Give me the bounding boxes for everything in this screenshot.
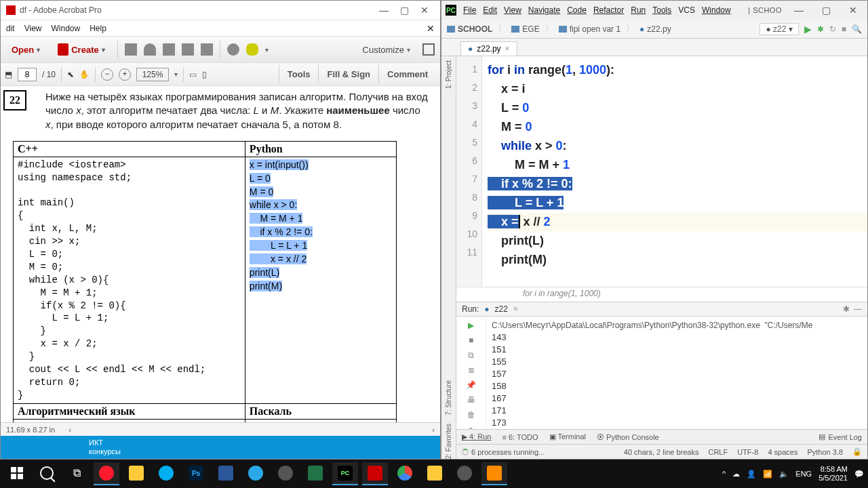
sidebar-structure[interactable]: 7: Structure xyxy=(445,380,452,415)
menu-file[interactable]: File xyxy=(463,5,476,15)
menu-tools[interactable]: Tools xyxy=(652,5,671,15)
tray-onedrive-icon[interactable]: ☁ xyxy=(732,470,740,479)
fit-page-icon[interactable]: ▯ xyxy=(202,70,207,79)
taskbar-skype[interactable] xyxy=(153,462,179,485)
maximize-button[interactable]: ▢ xyxy=(816,5,836,16)
run-config-select[interactable]: ● z22 ▾ xyxy=(760,23,798,35)
crumb-file[interactable]: ●z22.py xyxy=(639,24,671,34)
code-pascal[interactable]: var x, L, M: integer; begin readln(x); L… xyxy=(245,419,396,422)
menu-close-icon[interactable]: ✕ xyxy=(427,23,435,34)
close-button[interactable]: ✕ xyxy=(843,5,863,16)
comment-icon[interactable] xyxy=(246,43,258,56)
tab-event-log[interactable]: ▤ Event Log xyxy=(818,432,862,441)
crumb-root[interactable]: SCHOOL xyxy=(447,24,492,34)
taskbar-pycharm[interactable]: PC xyxy=(332,462,358,485)
zoom-in-icon[interactable]: + xyxy=(119,68,131,81)
tab-todo[interactable]: ≡ 6: TODO xyxy=(502,433,538,441)
layout-icon[interactable]: ⧉ xyxy=(468,350,474,360)
code-alg[interactable]: алг нач цел x, L, M ввод x xyxy=(14,419,245,422)
edit-icon[interactable] xyxy=(182,43,194,56)
fit-width-icon[interactable]: ▭ xyxy=(189,70,197,79)
tray-notifications-icon[interactable]: 💬 xyxy=(854,470,864,479)
scroll-icon[interactable]: ≣ xyxy=(468,365,475,375)
customize-button[interactable]: Customize▾ xyxy=(357,43,416,57)
taskbar-explorer[interactable] xyxy=(123,462,149,485)
taskbar-opera[interactable] xyxy=(94,462,119,485)
pin-icon[interactable]: 📌 xyxy=(466,380,476,390)
tab-run[interactable]: ▶ 4: Run xyxy=(462,432,491,441)
tab-python-console[interactable]: ⦿ Python Console xyxy=(597,433,659,441)
menu-code[interactable]: Code xyxy=(567,5,587,15)
settings-icon[interactable]: ✱ xyxy=(843,304,850,314)
menu-edit[interactable]: Edit xyxy=(483,5,497,15)
taskbar-excel[interactable] xyxy=(302,462,328,485)
tab-tools[interactable]: Tools xyxy=(279,65,319,83)
stop-icon[interactable]: ■ xyxy=(842,24,846,34)
run-button-icon[interactable]: ▶ xyxy=(804,24,812,35)
menu-vcs[interactable]: VCS xyxy=(678,5,695,15)
debug-button-icon[interactable]: ✱ xyxy=(817,24,824,34)
code-area[interactable]: for i in range(1, 1000): x = i L = 0 M =… xyxy=(482,56,867,287)
menu-refactor[interactable]: Refactor xyxy=(593,5,624,15)
create-button[interactable]: Create▾ xyxy=(52,41,110,58)
taskbar-photoshop[interactable]: Ps xyxy=(183,462,209,485)
close-button[interactable]: ✕ xyxy=(414,5,435,16)
status-encoding[interactable]: UTF-8 xyxy=(737,448,758,456)
tray-chevron-icon[interactable]: ^ xyxy=(722,470,726,478)
print-icon[interactable]: 🖶 xyxy=(467,395,475,405)
tray-people-icon[interactable]: 👤 xyxy=(747,470,756,479)
console-output[interactable]: C:\Users\Месут\AppData\Local\Programs\Py… xyxy=(486,317,867,429)
status-processes[interactable]: 6 processes running... xyxy=(462,448,545,456)
tab-terminal[interactable]: ▣ Terminal xyxy=(549,432,586,441)
taskbar-chrome[interactable] xyxy=(392,462,418,485)
rerun-icon[interactable]: ▶ xyxy=(468,321,474,330)
taskbar-app3[interactable] xyxy=(452,462,477,485)
print-icon[interactable] xyxy=(163,43,175,56)
gear-icon[interactable] xyxy=(227,43,239,56)
select-tool-icon[interactable]: ⬉ xyxy=(67,70,74,79)
taskbar-telegram[interactable] xyxy=(243,462,269,485)
menu-navigate[interactable]: Navigate xyxy=(528,5,560,15)
status-indent[interactable]: 4 spaces xyxy=(768,448,797,456)
search-button[interactable] xyxy=(34,462,60,485)
status-interpreter[interactable]: Python 3.8 xyxy=(807,448,843,456)
hand-tool-icon[interactable]: ✋ xyxy=(79,70,90,79)
search-everywhere-icon[interactable]: 🔍 xyxy=(852,24,862,34)
maximize-button[interactable]: ▢ xyxy=(394,5,414,16)
page-thumb-icon[interactable]: ⬒ xyxy=(5,70,12,79)
sidebar-favorites[interactable]: 2: Favorites xyxy=(445,424,452,459)
cloud-icon[interactable] xyxy=(144,43,156,56)
menu-edit[interactable]: dit xyxy=(6,24,15,33)
tab-z22[interactable]: ●z22.py× xyxy=(460,41,517,56)
lock-icon[interactable]: 🔒 xyxy=(852,447,862,456)
crumb-folder[interactable]: fipi open var 1 xyxy=(559,24,620,34)
rerun-icon[interactable]: ↻ xyxy=(829,24,836,34)
tab-comment[interactable]: Comment xyxy=(378,65,436,83)
stop-icon[interactable]: ■ xyxy=(469,336,473,345)
menu-run[interactable]: Run xyxy=(631,5,646,15)
taskbar-acrobat[interactable] xyxy=(362,462,388,485)
tab-fill-sign[interactable]: Fill & Sign xyxy=(318,65,378,83)
minimize-panel-icon[interactable]: — xyxy=(854,304,862,314)
page-number-input[interactable] xyxy=(18,68,37,81)
taskbar-app2[interactable] xyxy=(273,462,298,485)
taskbar-word[interactable] xyxy=(213,462,239,485)
menu-window[interactable]: Window xyxy=(702,5,731,15)
scroll-right-icon[interactable]: › xyxy=(432,426,435,434)
minimize-button[interactable]: — xyxy=(789,5,809,16)
task-view-button[interactable]: ⧉ xyxy=(64,462,90,485)
status-line-sep[interactable]: CRLF xyxy=(708,448,728,456)
code-python[interactable]: x = int(input()) L = 0 M = 0 while x > 0… xyxy=(245,157,396,403)
fullscreen-icon[interactable] xyxy=(422,43,435,56)
menu-help[interactable]: Help xyxy=(90,24,106,33)
acrobat-tab-strip[interactable]: ИКТ конкурсы xyxy=(1,436,440,459)
minimize-button[interactable]: — xyxy=(374,5,394,16)
tray-language[interactable]: ENG xyxy=(795,470,812,478)
code-editor[interactable]: 1234567891011 for i in range(1, 1000): x… xyxy=(456,56,867,287)
code-cpp[interactable]: #include <iostream> using namespace std;… xyxy=(14,157,245,403)
start-button[interactable] xyxy=(4,462,30,485)
tray-volume-icon[interactable]: 🔈 xyxy=(779,470,789,479)
tray-wifi-icon[interactable]: 📶 xyxy=(763,470,772,479)
taskbar-recorder[interactable] xyxy=(481,462,507,485)
zoom-select[interactable]: 125% xyxy=(136,68,169,81)
